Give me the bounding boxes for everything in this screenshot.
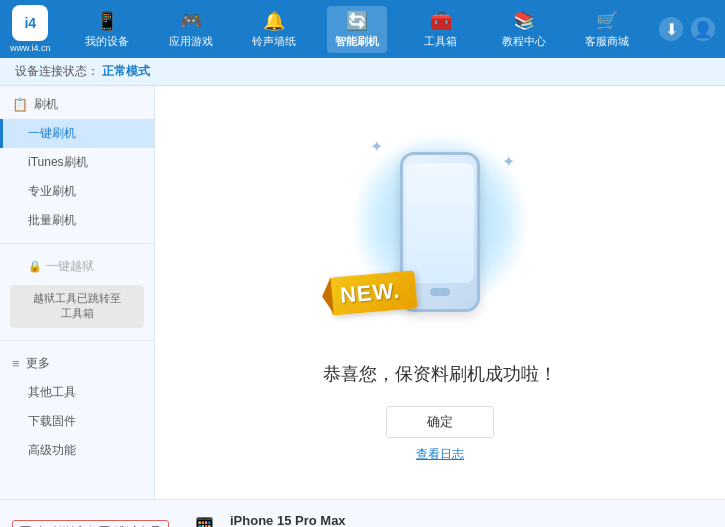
phone-home-button [430,288,450,296]
logo-icon: i4 [12,5,48,41]
divider-2 [0,340,154,341]
more-section-label: 更多 [26,355,50,372]
nav-my-device-label: 我的设备 [85,34,129,49]
main-layout: 📋 刷机 一键刷机 iTunes刷机 专业刷机 批量刷机 🔒 一键越狱 [0,86,725,499]
new-label: NEW. [339,278,401,308]
main-content: ✦ ✦ ✦ NEW. 恭喜您，保资料刷机成功啦！ 确定 查看日志 [155,86,725,499]
auto-activate-label[interactable]: 自动激活 [19,524,83,528]
download-button[interactable]: ⬇ [659,17,683,41]
nav-tutorials-label: 教程中心 [502,34,546,49]
nav-my-device[interactable]: 📱 我的设备 [77,6,137,53]
more-section-icon: ≡ [12,356,20,371]
my-device-icon: 📱 [96,10,118,32]
nav-service[interactable]: 🛒 客服商城 [577,6,637,53]
service-icon: 🛒 [596,10,618,32]
sparkle-1: ✦ [370,137,383,156]
divider-1 [0,243,154,244]
nav-ringtones-label: 铃声墙纸 [252,34,296,49]
smart-flash-icon: 🔄 [346,10,368,32]
logo-area: i4 www.i4.cn [10,5,51,53]
sidebar-header-jailbreak: 🔒 一键越狱 [0,252,154,281]
sidebar-header-flash[interactable]: 📋 刷机 [0,90,154,119]
lock-icon: 🔒 [28,260,42,273]
sidebar-section-more: ≡ 更多 其他工具 下载固件 高级功能 [0,345,154,469]
device-details: iPhone 15 Pro Max 512GB iPhone [230,513,346,528]
sidebar-item-download-firmware[interactable]: 下载固件 [0,407,154,436]
ringtones-icon: 🔔 [263,10,285,32]
flash-section-label: 刷机 [34,96,58,113]
sub-header: 设备连接状态： 正常模式 [0,58,725,86]
log-link[interactable]: 查看日志 [416,446,464,463]
header: i4 www.i4.cn 📱 我的设备 🎮 应用游戏 🔔 铃声墙纸 🔄 智能刷机… [0,0,725,58]
flash-section-icon: 📋 [12,97,28,112]
jailbreak-section-label: 一键越狱 [46,258,94,275]
device-phone-icon: 📱 [187,516,222,528]
new-banner: NEW. [329,270,418,315]
sidebar-item-one-key-flash[interactable]: 一键刷机 [0,119,154,148]
user-button[interactable]: 👤 [691,17,715,41]
device-name: iPhone 15 Pro Max [230,513,346,528]
apps-games-icon: 🎮 [180,10,202,32]
checkbox-group: 自动激活 跳过向导 [12,520,169,528]
sidebar-item-advanced[interactable]: 高级功能 [0,436,154,465]
nav-service-label: 客服商城 [585,34,629,49]
nav-apps-games-label: 应用游戏 [169,34,213,49]
tools-icon: 🧰 [430,10,452,32]
jailbreak-note: 越狱工具已跳转至工具箱 [10,285,144,328]
connection-status-label: 设备连接状态： 正常模式 [15,63,150,80]
guide-text: 跳过向导 [114,524,162,528]
nav-apps-games[interactable]: 🎮 应用游戏 [161,6,221,53]
nav-ringtones[interactable]: 🔔 铃声墙纸 [244,6,304,53]
tutorials-icon: 📚 [513,10,535,32]
header-right: ⬇ 👤 [659,17,715,41]
sidebar-section-jailbreak: 🔒 一键越狱 越狱工具已跳转至工具箱 [0,248,154,336]
nav-bar: 📱 我的设备 🎮 应用游戏 🔔 铃声墙纸 🔄 智能刷机 🧰 工具箱 📚 教程中心… [66,6,649,53]
phone-illustration: ✦ ✦ ✦ NEW. [340,122,540,342]
sidebar-item-pro-flash[interactable]: 专业刷机 [0,177,154,206]
device-block: 📱 iPhone 15 Pro Max 512GB iPhone [187,513,346,528]
confirm-button[interactable]: 确定 [386,406,494,438]
sidebar-item-batch-flash[interactable]: 批量刷机 [0,206,154,235]
nav-tools[interactable]: 🧰 工具箱 [411,6,471,53]
sparkle-2: ✦ [502,152,515,171]
sidebar: 📋 刷机 一键刷机 iTunes刷机 专业刷机 批量刷机 🔒 一键越狱 [0,86,155,499]
sidebar-item-other-tools[interactable]: 其他工具 [0,378,154,407]
sidebar-header-more[interactable]: ≡ 更多 [0,349,154,378]
nav-smart-flash-label: 智能刷机 [335,34,379,49]
success-message: 恭喜您，保资料刷机成功啦！ [323,362,557,386]
phone-screen [406,163,474,283]
nav-smart-flash[interactable]: 🔄 智能刷机 [327,6,387,53]
bottom-area: 自动激活 跳过向导 📱 iPhone 15 Pro Max 512GB iPho… [0,499,725,527]
sidebar-section-flash: 📋 刷机 一键刷机 iTunes刷机 专业刷机 批量刷机 [0,86,154,239]
logo-text: i4 [24,15,36,31]
sidebar-item-itunes-flash[interactable]: iTunes刷机 [0,148,154,177]
auto-activate-text: 自动激活 [35,524,83,528]
mode-badge: 正常模式 [102,64,150,78]
logo-sub: www.i4.cn [10,43,51,53]
nav-tools-label: 工具箱 [424,34,457,49]
nav-tutorials[interactable]: 📚 教程中心 [494,6,554,53]
guide-label[interactable]: 跳过向导 [98,524,162,528]
